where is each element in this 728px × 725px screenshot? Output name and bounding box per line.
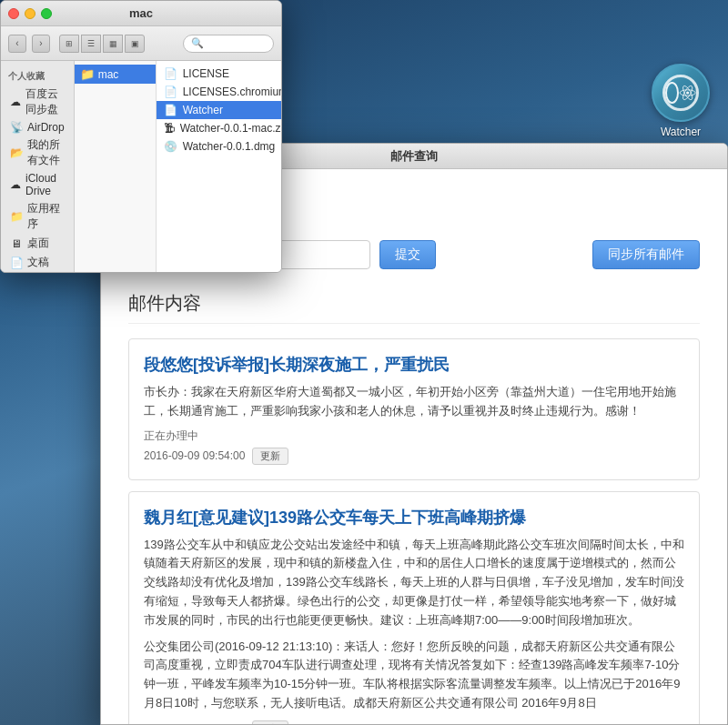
sidebar-item-label: 我的所有文件	[27, 137, 65, 168]
sidebar-item-label: 百度云同步盘	[25, 86, 65, 117]
list-view-button[interactable]: ☰	[81, 35, 101, 53]
finder-toolbar: ‹ › ⊞ ☰ ▦ ▣ 🔍	[1, 26, 281, 61]
finder-left-pane: 📁 mac	[75, 61, 157, 273]
view-buttons: ⊞ ☰ ▦ ▣	[59, 35, 145, 53]
section-title: 邮件内容	[128, 291, 700, 324]
forward-button[interactable]: ›	[32, 35, 50, 53]
apps-icon: 📁	[10, 210, 23, 223]
file-icon: 📄	[164, 86, 177, 98]
file-icon: 🗜	[164, 122, 175, 135]
cloud-icon: ☁	[10, 96, 21, 108]
pane-item-label: mac	[98, 68, 119, 81]
mail-item: 段悠悠[投诉举报]长期深夜施工，严重扰民 市长办：我家在天府新区华府大道蜀都又一…	[128, 338, 700, 480]
finder-traffic-lights	[8, 8, 52, 19]
file-icon: 📄	[164, 104, 177, 116]
file-item-watcher-zip[interactable]: 🗜 Watcher-0.0.1-mac.zip	[157, 119, 282, 137]
search-icon: 🔍	[191, 37, 204, 49]
coverflow-button[interactable]: ▣	[125, 35, 145, 53]
folder-icon: 📁	[80, 67, 95, 81]
finder-main: 📁 mac 📄 LICENSE 📄 LICENSES.chromium.html…	[75, 61, 282, 273]
watcher-icon-inner	[662, 75, 699, 111]
finder-right-pane: 📄 LICENSE 📄 LICENSES.chromium.html 📄 Wat…	[157, 61, 282, 273]
airdrop-icon: 📡	[10, 121, 23, 134]
sync-button[interactable]: 同步所有邮件	[592, 240, 700, 269]
mail-window-title: 邮件查询	[390, 148, 438, 165]
mail-item-status: 正在办理中	[144, 428, 684, 444]
maximize-button[interactable]	[41, 8, 52, 19]
watcher-label: Watcher	[661, 126, 701, 138]
sidebar-item-icloud[interactable]: ☁ iCloud Drive	[3, 170, 72, 199]
column-view-button[interactable]: ▦	[103, 35, 123, 53]
file-icon: 📄	[164, 67, 177, 80]
mail-item-title[interactable]: 段悠悠[投诉举报]长期深夜施工，严重扰民	[144, 354, 684, 376]
file-icon: 💿	[164, 140, 177, 153]
file-item-watcher[interactable]: 📄 Watcher	[157, 101, 282, 119]
finder-body: 个人收藏 ☁ 百度云同步盘 📡 AirDrop 📂 我的所有文件 ☁ iClou…	[1, 61, 281, 273]
update-button[interactable]: 更新	[252, 720, 288, 724]
sidebar-item-docs[interactable]: 📄 文稿	[3, 253, 72, 272]
finder-title: mac	[129, 6, 153, 20]
pane-item-mac[interactable]: 📁 mac	[75, 65, 156, 84]
mail-item-meta: 2016-09-09 09:54:00 更新	[144, 448, 684, 465]
sidebar-item-airdrop[interactable]: 📡 AirDrop	[3, 119, 72, 136]
svg-point-3	[686, 91, 689, 94]
favorites-section-title: 个人收藏	[1, 68, 74, 85]
file-item-license[interactable]: 📄 LICENSE	[157, 65, 282, 83]
update-button[interactable]: 更新	[252, 448, 288, 465]
watcher-app-icon	[652, 64, 710, 122]
mail-item-title[interactable]: 魏月红[意见建议]139路公交车每天上下班高峰期挤爆	[144, 507, 684, 529]
docs-icon: 📄	[10, 257, 23, 269]
file-name: LICENSES.chromium.html	[183, 86, 282, 98]
sidebar-item-baidu[interactable]: ☁ 百度云同步盘	[3, 85, 72, 119]
sidebar-item-label: AirDrop	[27, 121, 65, 134]
icon-view-button[interactable]: ⊞	[59, 35, 79, 53]
mail-item-reply: 公交集团公司(2016-09-12 21:13:10)：来话人：您好！您所反映的…	[144, 638, 684, 713]
sidebar-item-apps[interactable]: 📁 应用程序	[3, 199, 72, 234]
file-name: LICENSE	[183, 67, 229, 80]
mail-item-date: 2016-09-05 10:48:00	[144, 722, 245, 724]
mail-item-meta: 2016-09-05 10:48:00 更新	[144, 720, 684, 724]
finder-window: mac ‹ › ⊞ ☰ ▦ ▣ 🔍 个人收藏 ☁ 百度云同步盘 📡 AirDro…	[0, 0, 282, 273]
finder-sidebar: 个人收藏 ☁ 百度云同步盘 📡 AirDrop 📂 我的所有文件 ☁ iClou…	[1, 61, 75, 273]
sidebar-item-label: 文稿	[27, 255, 49, 270]
sidebar-item-label: iCloud Drive	[25, 172, 65, 197]
finder-search-input[interactable]: 🔍	[183, 35, 274, 53]
mail-item-date: 2016-09-09 09:54:00	[144, 449, 245, 462]
sidebar-item-all-files[interactable]: 📂 我的所有文件	[3, 136, 72, 170]
file-name: Watcher	[183, 104, 223, 116]
mail-item-body: 139路公交车从中和镇应龙公交站出发途经中和镇，每天上班高峰期此路公交车班次间隔…	[144, 536, 684, 630]
icloud-icon: ☁	[10, 178, 21, 191]
finder-titlebar: mac	[1, 1, 281, 26]
close-button[interactable]	[8, 8, 19, 19]
file-item-watcher-dmg[interactable]: 💿 Watcher-0.0.1.dmg	[157, 137, 282, 156]
sidebar-item-label: 桌面	[27, 236, 49, 251]
sidebar-item-label: 应用程序	[27, 201, 65, 232]
sidebar-item-downloads[interactable]: ⬇ 下载	[3, 272, 72, 273]
back-button[interactable]: ‹	[8, 35, 26, 53]
sidebar-item-desktop[interactable]: 🖥 桌面	[3, 234, 72, 253]
files-icon: 📂	[10, 146, 23, 159]
submit-button[interactable]: 提交	[379, 240, 436, 269]
watcher-icon-area[interactable]: Watcher	[652, 64, 710, 138]
file-item-licenses-chromium[interactable]: 📄 LICENSES.chromium.html	[157, 83, 282, 101]
atom-svg	[679, 76, 696, 109]
mail-item: 魏月红[意见建议]139路公交车每天上下班高峰期挤爆 139路公交车从中和镇应龙…	[128, 491, 700, 724]
mail-item-body: 市长办：我家在天府新区华府大道蜀都又一城小区，年初开始小区旁（靠益州大道）一住宅…	[144, 383, 684, 421]
minimize-button[interactable]	[25, 8, 35, 19]
file-name: Watcher-0.0.1.dmg	[183, 140, 276, 153]
desktop-icon: 🖥	[10, 237, 23, 250]
file-name: Watcher-0.0.1-mac.zip	[180, 122, 282, 135]
